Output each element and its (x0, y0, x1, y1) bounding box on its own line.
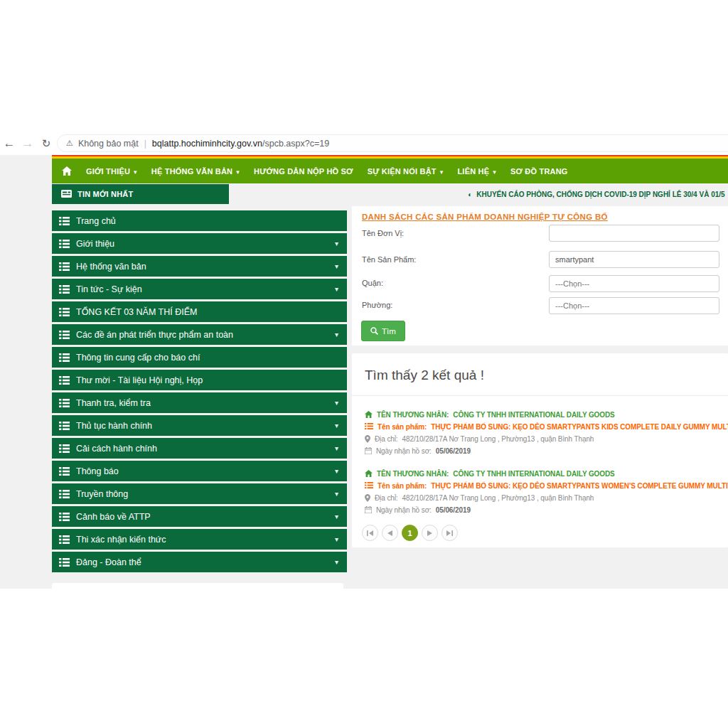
nav-item[interactable]: HỆ THỐNG VĂN BẢN ▾ (144, 159, 247, 183)
nav-item-label: SỰ KIỆN NỔI BẬT (368, 167, 437, 176)
bottom-panel-edge (52, 583, 343, 589)
result-merchant-line[interactable]: TÊN THƯƠNG NHÂN: CÔNG TY TNHH INTERNATIO… (365, 411, 728, 419)
result-product-line[interactable]: Tên sản phẩm: THỰC PHẨM BỔ SUNG: KẸO DẺO… (365, 423, 728, 431)
sidebar-item[interactable]: Tin tức - Sự kiện ▾ (52, 279, 347, 299)
address-bar[interactable]: ⚠ Không bảo mật | bqlattp.hochiminhcity.… (57, 134, 728, 152)
product-name-input[interactable] (549, 251, 719, 268)
chevron-down-icon: ▾ (335, 444, 338, 452)
nav-item-label: SƠ ĐỒ TRANG (510, 167, 568, 176)
ward-select[interactable]: ---Chọn--- (549, 297, 719, 314)
sidebar-item[interactable]: Cải cách hành chính ▾ (52, 438, 347, 459)
date-value: 05/06/2019 (436, 447, 471, 455)
product-name: THỰC PHẨM BỔ SUNG: KẸO DẺO SMARTYPANTS K… (431, 423, 728, 431)
nav-item[interactable]: SƠ ĐỒ TRANG ▾ (503, 159, 575, 183)
sidebar-item[interactable]: Cảnh báo về ATTP ▾ (52, 506, 347, 527)
home-icon[interactable] (62, 166, 72, 176)
list-icon (59, 558, 70, 567)
sidebar-item[interactable]: Thư mời - Tài liệu Hội nghị, Họp ▾ (52, 370, 347, 390)
url-path: /spcb.aspx?c=19 (262, 139, 329, 149)
result-date-line: Ngày nhận hồ sơ: 05/06/2019 (365, 506, 728, 514)
reload-icon[interactable]: ↻ (37, 137, 55, 150)
nav-item-label: LIÊN HỆ (457, 167, 489, 176)
unit-name-label: Tên Đơn Vị: (362, 229, 404, 237)
pagination-next-button[interactable] (422, 525, 438, 541)
chevron-down-icon: ▾ (335, 467, 338, 475)
sidebar-item[interactable]: Đảng - Đoàn thể ▾ (52, 552, 347, 572)
results-list: TÊN THƯƠNG NHÂN: CÔNG TY TNHH INTERNATIO… (352, 411, 728, 514)
sidebar-menu: Trang chủ ▾ Giới thiệu ▾ Hệ thống văn bả… (52, 210, 347, 574)
product-name-label: Tên Sản Phẩm: (362, 255, 416, 264)
pagination-last-button[interactable] (441, 525, 458, 541)
search-button-label: Tìm (382, 327, 396, 336)
result-address-line: Địa chỉ: 482/10/28/17A Nơ Trang Long , P… (365, 435, 728, 443)
list-icon (59, 490, 70, 498)
address-label: Địa chỉ: (375, 435, 398, 443)
sidebar-item-label: Cải cách hành chính (76, 444, 157, 454)
search-button[interactable]: Tìm (361, 321, 405, 341)
pagination-prev-button[interactable] (382, 525, 398, 541)
nav-item[interactable]: SỰ KIỆN NỔI BẬT ▾ (360, 159, 451, 183)
result-item: TÊN THƯƠNG NHÂN: CÔNG TY TNHH INTERNATIO… (365, 411, 728, 455)
chevron-down-icon: ▾ (335, 399, 338, 407)
map-pin-icon (365, 435, 370, 443)
list-icon (59, 444, 70, 453)
list-icon (59, 399, 70, 407)
results-summary: Tìm thấy 2 kết quả ! (352, 353, 728, 383)
list-icon (59, 331, 70, 339)
date-value: 05/06/2019 (436, 506, 471, 514)
nav-item[interactable]: LIÊN HỆ ▾ (450, 159, 503, 183)
browser-toolbar: ← → ↻ ⚠ Không bảo mật | bqlattp.hochimin… (0, 132, 728, 155)
address-separator: | (144, 139, 146, 149)
chevron-down-icon: ▾ (335, 331, 338, 338)
sidebar-item[interactable]: Trang chủ ▾ (52, 210, 347, 231)
list-icon (365, 423, 373, 429)
product-name: THỰC PHẨM BỔ SUNG: KẸO DẺO SMARTYPANTS W… (431, 482, 728, 490)
list-icon (365, 482, 373, 488)
nav-item[interactable]: HƯỚNG DẪN NỘP HỒ SƠ ▾ (247, 159, 360, 183)
list-icon (59, 240, 70, 248)
district-select[interactable]: ---Chọn--- (549, 275, 719, 292)
back-icon[interactable]: ← (0, 136, 18, 151)
merchant-name: CÔNG TY TNHH INTERNATIONAL DAILY GOODS (453, 470, 614, 478)
sidebar-item-label: Trang chủ (76, 216, 116, 226)
result-item: TÊN THƯƠNG NHÂN: CÔNG TY TNHH INTERNATIO… (365, 470, 728, 514)
result-product-line[interactable]: Tên sản phẩm: THỰC PHẨM BỔ SUNG: KẸO DẺO… (365, 482, 728, 490)
pagination-first-button[interactable] (362, 525, 378, 541)
chevron-down-icon: ▾ (335, 513, 338, 520)
map-pin-icon (365, 494, 370, 502)
sidebar-item-label: Các đề án phát triển thực phẩm an toàn (76, 330, 233, 340)
sidebar-item[interactable]: Thanh tra, kiểm tra ▾ (52, 392, 347, 413)
sidebar-item[interactable]: Thủ tục hành chính ▾ (52, 415, 347, 436)
page-title[interactable]: DANH SÁCH CÁC SẢN PHẨM DOANH NGHIỆP TỰ C… (362, 213, 608, 221)
chevron-down-icon: ▾ (335, 240, 338, 247)
sidebar-item[interactable]: Thông tin cung cấp cho báo chí ▾ (52, 347, 347, 368)
product-label: Tên sản phẩm: (378, 482, 427, 490)
news-ticker: ◐ KHUYẾN CÁO PHÒNG, CHỐNG DỊCH COVID-19 … (229, 184, 728, 204)
nav-item-label: HƯỚNG DẪN NỘP HỒ SƠ (254, 167, 353, 176)
sidebar-item[interactable]: TỔNG KẾT 03 NĂM THÍ ĐIỂM ▾ (52, 301, 347, 322)
list-icon (59, 513, 70, 521)
result-merchant-line[interactable]: TÊN THƯƠNG NHÂN: CÔNG TY TNHH INTERNATIO… (365, 470, 728, 478)
sidebar-item[interactable]: Các đề án phát triển thực phẩm an toàn ▾ (52, 324, 347, 345)
sidebar-item-label: Đảng - Đoàn thể (76, 557, 141, 567)
security-warning-icon: ⚠ (66, 139, 73, 148)
pagination-page-1[interactable]: 1 (402, 525, 418, 541)
forward-icon[interactable]: → (18, 136, 37, 151)
unit-name-input[interactable] (549, 225, 719, 242)
ticker-headline[interactable]: ◐ KHUYẾN CÁO PHÒNG, CHỐNG DỊCH COVID-19 … (468, 191, 724, 198)
chevron-down-icon: ▾ (335, 285, 338, 293)
half-circle-icon: ◐ (468, 191, 472, 198)
security-label: Không bảo mật (78, 139, 139, 149)
chevron-down-icon: ▾ (134, 168, 137, 176)
chevron-down-icon: ▾ (236, 168, 240, 176)
main-navbar: GIỚI THIỆU ▾ HỆ THỐNG VĂN BẢN ▾ HƯỚNG DẪ… (52, 159, 728, 183)
sidebar-item[interactable]: Truyền thông ▾ (52, 483, 347, 504)
sidebar-item[interactable]: Hệ thống văn bản ▾ (52, 256, 347, 277)
list-icon (59, 422, 70, 430)
calendar-icon (365, 506, 372, 513)
sidebar-item[interactable]: Giới thiệu ▾ (52, 233, 347, 254)
sidebar-item[interactable]: Thi xác nhận kiến thức ▾ (52, 529, 347, 550)
nav-item[interactable]: GIỚI THIỆU ▾ (79, 159, 144, 183)
merchant-name: CÔNG TY TNHH INTERNATIONAL DAILY GOODS (453, 411, 614, 419)
sidebar-item[interactable]: Thông báo ▾ (52, 461, 347, 481)
